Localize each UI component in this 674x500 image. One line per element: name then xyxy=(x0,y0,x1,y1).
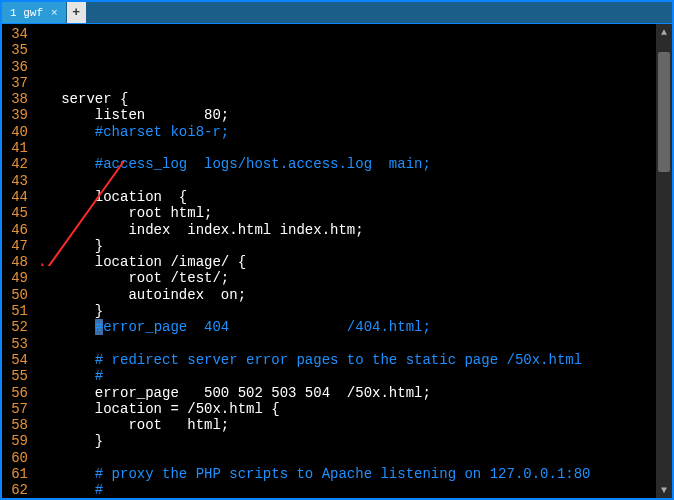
code-token: root /test/; xyxy=(36,270,229,286)
line-number: 44 xyxy=(4,189,28,205)
code-token: location /image/ { xyxy=(36,254,246,270)
code-line[interactable] xyxy=(36,75,652,91)
line-number: 45 xyxy=(4,205,28,221)
code-token xyxy=(36,156,95,172)
close-icon[interactable]: × xyxy=(51,7,58,19)
code-line[interactable]: error_page 500 502 503 504 /50x.html; xyxy=(36,385,652,401)
line-number: 41 xyxy=(4,140,28,156)
code-line[interactable]: # xyxy=(36,482,652,498)
code-line[interactable]: #charset koi8-r; xyxy=(36,124,652,140)
line-number: 47 xyxy=(4,238,28,254)
line-number-gutter: 3435363738394041424344454647484950515253… xyxy=(2,24,32,498)
scroll-down-icon[interactable]: ▼ xyxy=(656,482,672,498)
code-token xyxy=(36,319,95,335)
code-line[interactable]: # redirect server error pages to the sta… xyxy=(36,352,652,368)
line-number: 49 xyxy=(4,270,28,286)
code-token: # redirect server error pages to the sta… xyxy=(95,352,582,368)
code-content[interactable]: server { listen 80; #charset koi8-r; #ac… xyxy=(32,24,656,498)
code-token: # xyxy=(95,482,103,498)
code-line[interactable]: listen 80; xyxy=(36,107,652,123)
code-token: #access_log logs/host.access.log main; xyxy=(95,156,431,172)
line-number: 61 xyxy=(4,466,28,482)
editor-window: 1 gwf × + 343536373839404142434445464748… xyxy=(0,0,674,500)
code-token: location { xyxy=(36,189,187,205)
code-line[interactable]: # proxy the PHP scripts to Apache listen… xyxy=(36,466,652,482)
scroll-up-icon[interactable]: ▲ xyxy=(656,24,672,40)
line-number: 35 xyxy=(4,42,28,58)
code-line[interactable]: location /image/ { xyxy=(36,254,652,270)
code-line[interactable]: location { xyxy=(36,189,652,205)
code-token: } xyxy=(36,433,103,449)
code-token: root html; xyxy=(36,417,229,433)
code-token: } xyxy=(36,238,103,254)
code-token: # xyxy=(95,368,103,384)
code-token: error_page 404 /404.html; xyxy=(103,319,431,335)
scrollbar-thumb[interactable] xyxy=(658,52,670,172)
code-token: #charset koi8-r; xyxy=(95,124,229,140)
code-line[interactable]: # xyxy=(36,368,652,384)
line-number: 54 xyxy=(4,352,28,368)
line-number: 58 xyxy=(4,417,28,433)
code-token: autoindex on; xyxy=(36,287,246,303)
line-number: 50 xyxy=(4,287,28,303)
line-number: 38 xyxy=(4,91,28,107)
line-number: 43 xyxy=(4,173,28,189)
code-token xyxy=(36,482,95,498)
line-number: 36 xyxy=(4,59,28,75)
line-number: 52 xyxy=(4,319,28,335)
code-line[interactable]: } xyxy=(36,303,652,319)
code-token: server { xyxy=(36,91,128,107)
code-line[interactable] xyxy=(36,173,652,189)
line-number: 39 xyxy=(4,107,28,123)
code-token xyxy=(36,368,95,384)
code-line[interactable]: root /test/; xyxy=(36,270,652,286)
line-number: 53 xyxy=(4,336,28,352)
code-line[interactable] xyxy=(36,336,652,352)
code-token: listen 80; xyxy=(36,107,229,123)
line-number: 37 xyxy=(4,75,28,91)
code-line[interactable] xyxy=(36,140,652,156)
line-number: 40 xyxy=(4,124,28,140)
code-token xyxy=(36,352,95,368)
line-number: 59 xyxy=(4,433,28,449)
code-token: # xyxy=(95,319,103,335)
line-number: 62 xyxy=(4,482,28,498)
new-tab-button[interactable]: + xyxy=(67,2,87,23)
code-token: } xyxy=(36,303,103,319)
line-number: 57 xyxy=(4,401,28,417)
editor-area: 3435363738394041424344454647484950515253… xyxy=(2,24,672,498)
line-number: 34 xyxy=(4,26,28,42)
code-token: location = /50x.html { xyxy=(36,401,280,417)
line-number: 55 xyxy=(4,368,28,384)
code-line[interactable]: #error_page 404 /404.html; xyxy=(36,319,652,335)
tab-label: 1 gwf xyxy=(10,7,43,19)
code-line[interactable]: index index.html index.htm; xyxy=(36,222,652,238)
line-number: 56 xyxy=(4,385,28,401)
tab-bar: 1 gwf × + xyxy=(2,2,672,24)
code-line[interactable]: server { xyxy=(36,91,652,107)
line-number: 51 xyxy=(4,303,28,319)
line-number: 42 xyxy=(4,156,28,172)
line-number: 60 xyxy=(4,450,28,466)
tab-active[interactable]: 1 gwf × xyxy=(2,2,67,23)
code-token: error_page 500 502 503 504 /50x.html; xyxy=(36,385,431,401)
code-line[interactable]: root html; xyxy=(36,205,652,221)
code-token: # proxy the PHP scripts to Apache listen… xyxy=(95,466,591,482)
vertical-scrollbar[interactable]: ▲ ▼ xyxy=(656,24,672,498)
code-line[interactable] xyxy=(36,450,652,466)
code-line[interactable]: #access_log logs/host.access.log main; xyxy=(36,156,652,172)
code-token: index index.html index.htm; xyxy=(36,222,364,238)
code-line[interactable]: autoindex on; xyxy=(36,287,652,303)
code-line[interactable]: root html; xyxy=(36,417,652,433)
code-token xyxy=(36,124,95,140)
code-line[interactable]: } xyxy=(36,238,652,254)
line-number: 46 xyxy=(4,222,28,238)
code-line[interactable]: } xyxy=(36,433,652,449)
line-number: 48 xyxy=(4,254,28,270)
code-token xyxy=(36,466,95,482)
code-line[interactable]: location = /50x.html { xyxy=(36,401,652,417)
code-token: root html; xyxy=(36,205,212,221)
